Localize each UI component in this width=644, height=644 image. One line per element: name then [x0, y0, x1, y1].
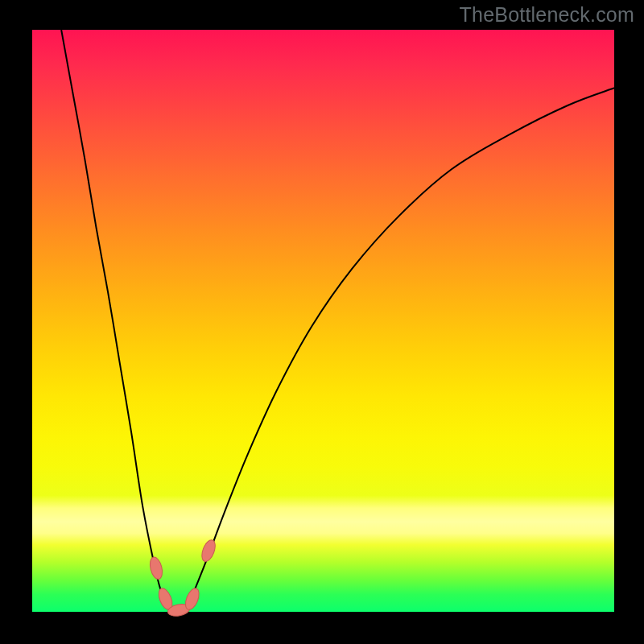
marker-5 — [200, 539, 218, 564]
marker-1 — [148, 555, 164, 580]
svg-point-4 — [200, 539, 218, 564]
watermark-text: TheBottleneck.com — [460, 3, 634, 27]
svg-point-0 — [148, 555, 164, 580]
marker-group — [148, 539, 218, 618]
curve-layer — [32, 30, 614, 612]
chart-frame: TheBottleneck.com — [0, 0, 644, 644]
bottleneck-curve — [61, 30, 614, 610]
plot-area — [32, 30, 614, 612]
